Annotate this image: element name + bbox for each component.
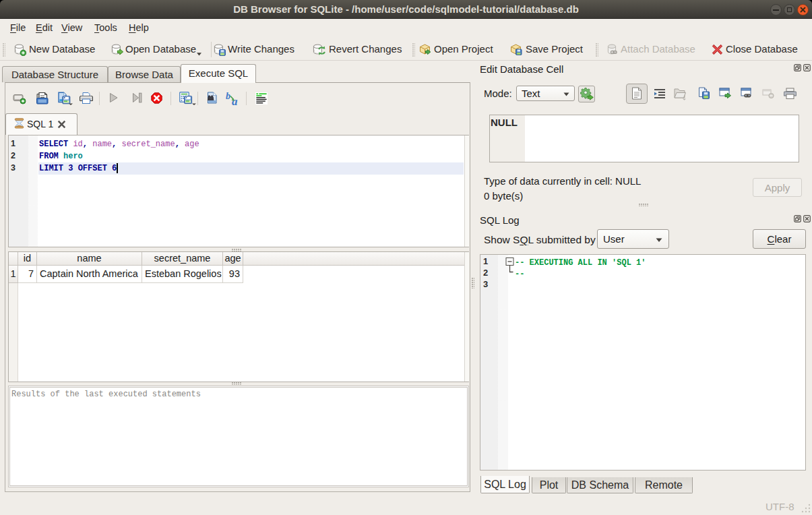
svg-text:b: b: [226, 92, 230, 101]
